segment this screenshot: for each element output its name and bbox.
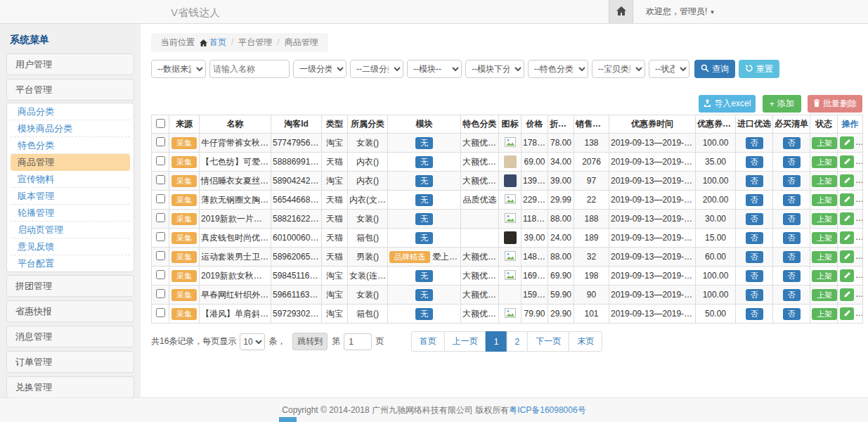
row-checkbox[interactable] xyxy=(156,270,165,279)
sidebar-item-7[interactable]: 启动页管理 xyxy=(11,222,130,238)
status-badge[interactable]: 上架 xyxy=(812,251,837,263)
page-size-select[interactable]: 10 xyxy=(240,333,265,350)
icp-link[interactable]: 粤ICP备16098006号 xyxy=(509,404,585,416)
status-badge[interactable]: 上架 xyxy=(812,270,837,282)
imported-toggle-badge[interactable]: 否 xyxy=(746,308,763,320)
filter-select-category-level-1[interactable]: 一级分类 xyxy=(293,60,346,78)
module-badge[interactable]: 品牌精选 xyxy=(389,251,430,263)
filter-select-module-sub-category[interactable]: --模块下分类-- xyxy=(465,60,524,78)
edit-button[interactable] xyxy=(840,193,854,206)
imported-toggle-badge[interactable]: 否 xyxy=(746,232,763,244)
batch-delete-button[interactable]: 批量删除 xyxy=(808,95,862,113)
edit-button[interactable] xyxy=(840,250,854,263)
home-button[interactable] xyxy=(609,0,633,23)
imported-toggle-badge[interactable]: 否 xyxy=(746,194,763,206)
edit-button[interactable] xyxy=(840,288,854,301)
row-checkbox[interactable] xyxy=(156,175,165,184)
filter-select-item-type[interactable]: --宝贝类型-- xyxy=(592,60,645,78)
edit-button[interactable] xyxy=(840,269,854,282)
status-badge[interactable]: 上架 xyxy=(812,213,837,225)
page-button-3[interactable]: 2 xyxy=(507,331,529,352)
row-checkbox[interactable] xyxy=(156,137,165,146)
page-button-0[interactable]: 首页 xyxy=(411,331,445,352)
must-buy-toggle-badge[interactable]: 否 xyxy=(783,213,801,225)
page-button-5[interactable]: 末页 xyxy=(569,331,602,352)
must-buy-toggle-badge[interactable]: 否 xyxy=(783,137,801,149)
jump-button[interactable]: 跳转到 xyxy=(292,333,328,350)
imported-toggle-badge[interactable]: 否 xyxy=(746,213,763,225)
must-buy-toggle-badge[interactable]: 否 xyxy=(783,156,801,168)
user-menu[interactable]: 欢迎您，管理员! ▾ xyxy=(646,6,714,18)
breadcrumb-home-link[interactable]: 首页 xyxy=(209,37,226,47)
sidebar-group-0[interactable]: 用户管理 xyxy=(6,53,134,75)
module-badge[interactable]: 无 xyxy=(415,232,433,244)
page-button-4[interactable]: 下一页 xyxy=(527,331,569,352)
row-checkbox[interactable] xyxy=(156,289,165,298)
sidebar-group-2[interactable]: 拼团管理 xyxy=(6,275,134,297)
module-badge[interactable]: 无 xyxy=(415,175,433,187)
filter-select-status[interactable]: --状态-- xyxy=(649,60,689,78)
sidebar-item-9[interactable]: 平台配置 xyxy=(11,255,130,271)
edit-button[interactable] xyxy=(840,212,854,225)
edit-button[interactable] xyxy=(840,174,854,187)
edit-button[interactable] xyxy=(840,231,854,244)
sidebar-group-1[interactable]: 平台管理 xyxy=(6,79,134,101)
module-badge[interactable]: 无 xyxy=(415,194,433,206)
filter-select-data-source[interactable]: --数据来源-- xyxy=(151,60,206,78)
import-excel-button[interactable]: 导入excel xyxy=(699,95,756,113)
row-checkbox[interactable] xyxy=(156,308,165,317)
sidebar-group-5[interactable]: 订单管理 xyxy=(6,351,134,373)
must-buy-toggle-badge[interactable]: 否 xyxy=(783,232,801,244)
module-badge[interactable]: 无 xyxy=(415,308,433,320)
imported-toggle-badge[interactable]: 否 xyxy=(746,137,763,149)
page-button-2[interactable]: 1 xyxy=(486,331,507,352)
page-button-1[interactable]: 上一页 xyxy=(444,331,486,352)
row-checkbox[interactable] xyxy=(156,251,165,260)
status-badge[interactable]: 上架 xyxy=(812,289,837,301)
status-badge[interactable]: 上架 xyxy=(812,156,837,168)
must-buy-toggle-badge[interactable]: 否 xyxy=(783,251,801,263)
filter-input-name[interactable] xyxy=(209,60,290,78)
sidebar-group-4[interactable]: 消息管理 xyxy=(6,326,134,347)
row-checkbox[interactable] xyxy=(156,156,165,165)
filter-select-feature-category[interactable]: --特色分类-- xyxy=(528,60,588,78)
must-buy-toggle-badge[interactable]: 否 xyxy=(783,289,801,301)
module-badge[interactable]: 无 xyxy=(415,213,433,225)
select-all-checkbox[interactable] xyxy=(156,119,165,128)
search-button[interactable]: 查询 xyxy=(694,60,735,78)
imported-toggle-badge[interactable]: 否 xyxy=(746,156,763,168)
module-badge[interactable]: 无 xyxy=(415,156,433,168)
sidebar-item-5[interactable]: 版本管理 xyxy=(11,188,130,205)
sidebar-item-0[interactable]: 商品分类 xyxy=(11,103,130,120)
must-buy-toggle-badge[interactable]: 否 xyxy=(783,270,801,282)
edit-button[interactable] xyxy=(840,136,854,149)
edit-button[interactable] xyxy=(840,155,854,168)
sidebar-item-3[interactable]: 商品管理 xyxy=(11,154,130,171)
edit-button[interactable] xyxy=(840,307,854,320)
row-checkbox[interactable] xyxy=(156,213,165,222)
status-badge[interactable]: 上架 xyxy=(812,308,837,320)
sidebar-item-8[interactable]: 意见反馈 xyxy=(11,238,130,255)
row-checkbox[interactable] xyxy=(156,194,165,203)
module-badge[interactable]: 无 xyxy=(415,270,433,282)
row-checkbox[interactable] xyxy=(156,232,165,241)
sidebar-item-4[interactable]: 宣传物料 xyxy=(11,171,130,188)
must-buy-toggle-badge[interactable]: 否 xyxy=(783,194,801,206)
jump-page-input[interactable] xyxy=(344,333,372,350)
sidebar-item-1[interactable]: 模块商品分类 xyxy=(11,120,130,137)
status-badge[interactable]: 上架 xyxy=(812,194,837,206)
sidebar-item-6[interactable]: 轮播管理 xyxy=(11,205,130,222)
imported-toggle-badge[interactable]: 否 xyxy=(746,251,763,263)
add-button[interactable]: + 添加 xyxy=(763,95,801,113)
filter-select-module[interactable]: --模块-- xyxy=(407,60,462,78)
imported-toggle-badge[interactable]: 否 xyxy=(746,270,763,282)
reset-button[interactable]: 重置 xyxy=(739,60,779,78)
must-buy-toggle-badge[interactable]: 否 xyxy=(783,308,801,320)
imported-toggle-badge[interactable]: 否 xyxy=(746,175,763,187)
must-buy-toggle-badge[interactable]: 否 xyxy=(783,175,801,187)
module-badge[interactable]: 无 xyxy=(415,137,433,149)
status-badge[interactable]: 上架 xyxy=(812,137,837,149)
imported-toggle-badge[interactable]: 否 xyxy=(746,289,763,301)
status-badge[interactable]: 上架 xyxy=(812,232,837,244)
sidebar-item-2[interactable]: 特色分类 xyxy=(11,137,130,154)
